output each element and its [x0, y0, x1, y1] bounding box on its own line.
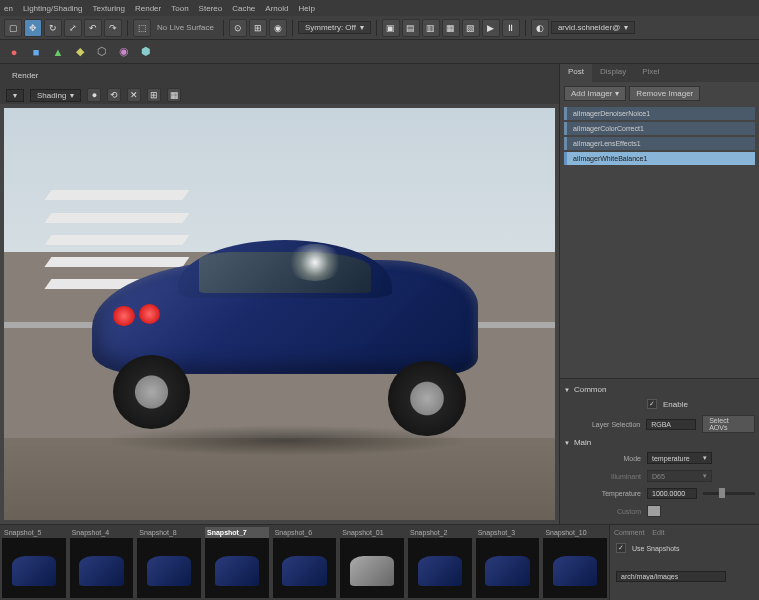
use-snapshots-label: Use Snapshots — [632, 545, 679, 552]
menu-item[interactable]: en — [4, 4, 13, 13]
use-snapshots-checkbox[interactable] — [616, 543, 626, 553]
main-area: Render ▾ Shading▾ ● ⟲ ✕ ⊞ ▦ — [0, 64, 759, 524]
snapshot-thumb[interactable]: Snapshot_6 — [273, 527, 337, 598]
shading-dropdown[interactable]: Shading▾ — [30, 89, 81, 102]
imager-item[interactable]: aiImagerDenoiserNoice1 — [564, 107, 755, 120]
menu-item[interactable]: Texturing — [93, 4, 125, 13]
render-view[interactable] — [4, 108, 555, 520]
right-panel: Post Display Pixel Add Imager▾ Remove Im… — [559, 64, 759, 524]
imager-item[interactable]: aiImagerWhiteBalance1 — [564, 152, 755, 165]
menu-item[interactable]: Toon — [171, 4, 188, 13]
layer-label: Layer Selection — [576, 421, 640, 428]
tool-scale-icon[interactable]: ⤢ — [64, 19, 82, 37]
menu-item[interactable]: Arnold — [265, 4, 288, 13]
tool-grid-icon[interactable]: ⊞ — [249, 19, 267, 37]
viewport-icon[interactable]: ⊞ — [147, 88, 161, 102]
illuminant-label: Illuminant — [576, 473, 641, 480]
tool-icon[interactable]: ◐ — [531, 19, 549, 37]
viewport-icon[interactable]: ● — [87, 88, 101, 102]
chevron-down-icon: ▾ — [360, 23, 364, 32]
tool-undo-icon[interactable]: ↶ — [84, 19, 102, 37]
snapshot-thumb[interactable]: Snapshot_10 — [543, 527, 607, 598]
temperature-slider[interactable] — [703, 492, 755, 495]
shelf-icon[interactable]: ◆ — [70, 42, 90, 62]
snapshot-thumb[interactable]: Snapshot_2 — [408, 527, 472, 598]
bottom-area: Snapshot_5 Snapshot_4 Snapshot_8 Snapsho… — [0, 524, 759, 600]
shelf-bar: ● ■ ▲ ◆ ⬡ ◉ ⬢ — [0, 40, 759, 64]
imager-list: aiImagerDenoiserNoice1 aiImagerColorCorr… — [560, 105, 759, 169]
layer-input[interactable] — [646, 419, 696, 430]
main-toolbar: ▢ ✥ ↻ ⤢ ↶ ↷ ⬚ No Live Surface ⊙ ⊞ ◉ Symm… — [0, 16, 759, 40]
snapshot-thumb[interactable]: Snapshot_7 — [205, 527, 269, 598]
tool-magnet-icon[interactable]: ⊙ — [229, 19, 247, 37]
custom-color-swatch — [647, 505, 661, 517]
section-common[interactable]: Common — [564, 383, 755, 396]
viewport-icon[interactable]: ▦ — [167, 88, 181, 102]
temperature-input[interactable] — [647, 488, 697, 499]
snapshot-thumb[interactable]: Snapshot_01 — [340, 527, 404, 598]
shelf-icon[interactable]: ◉ — [114, 42, 134, 62]
tool-icon[interactable]: ▧ — [462, 19, 480, 37]
tool-redo-icon[interactable]: ↷ — [104, 19, 122, 37]
select-aovs-button[interactable]: Select AOVs — [702, 415, 755, 433]
imager-item[interactable]: aiImagerColorCorrect1 — [564, 122, 755, 135]
tool-play-icon[interactable]: ▶ — [482, 19, 500, 37]
menu-bar: en Lighting/Shading Texturing Render Too… — [0, 0, 759, 16]
symmetry-dropdown[interactable]: Symmetry: Off▾ — [298, 21, 371, 34]
chevron-down-icon: ▾ — [703, 472, 707, 480]
tool-pause-icon[interactable]: ⏸ — [502, 19, 520, 37]
viewport-icon[interactable]: ⟲ — [107, 88, 121, 102]
mode-dropdown[interactable]: temperature▾ — [647, 452, 712, 464]
tool-pivot-icon[interactable]: ◉ — [269, 19, 287, 37]
tool-icon[interactable]: ▥ — [422, 19, 440, 37]
enable-checkbox[interactable] — [647, 399, 657, 409]
tab-post[interactable]: Post — [560, 64, 592, 82]
snapshot-thumb[interactable]: Snapshot_5 — [2, 527, 66, 598]
path-input[interactable] — [616, 571, 726, 582]
user-dropdown[interactable]: arvid.schneider@▾ — [551, 21, 635, 34]
tool-snap-icon[interactable]: ⬚ — [133, 19, 151, 37]
tab-edit[interactable]: Edit — [652, 529, 664, 536]
tab-display[interactable]: Display — [592, 64, 634, 82]
menu-item[interactable]: Stereo — [199, 4, 223, 13]
chevron-down-icon: ▾ — [615, 89, 619, 98]
shelf-icon[interactable]: ▲ — [48, 42, 68, 62]
chevron-down-icon: ▾ — [624, 23, 628, 32]
remove-imager-button[interactable]: Remove Imager — [629, 86, 700, 101]
rendered-image — [4, 108, 555, 520]
viewport-header: Render — [0, 64, 559, 86]
tool-icon[interactable]: ▣ — [382, 19, 400, 37]
section-main[interactable]: Main — [564, 436, 755, 449]
render-dropdown[interactable]: ▾ — [6, 89, 24, 102]
tab-pixel[interactable]: Pixel — [634, 64, 667, 82]
menu-item[interactable]: Cache — [232, 4, 255, 13]
tab-comment[interactable]: Comment — [614, 529, 644, 536]
add-imager-button[interactable]: Add Imager▾ — [564, 86, 626, 101]
snapshot-thumb[interactable]: Snapshot_8 — [137, 527, 201, 598]
imager-item[interactable]: aiImagerLensEffects1 — [564, 137, 755, 150]
tool-move-icon[interactable]: ✥ — [24, 19, 42, 37]
shelf-icon[interactable]: ● — [4, 42, 24, 62]
viewport-toolbar: ▾ Shading▾ ● ⟲ ✕ ⊞ ▦ — [0, 86, 559, 104]
snapshot-options: Comment Edit Use Snapshots — [609, 525, 759, 600]
render-tab[interactable]: Render — [6, 69, 44, 82]
temperature-label: Temperature — [576, 490, 641, 497]
snapshot-thumb[interactable]: Snapshot_3 — [476, 527, 540, 598]
enable-text: Enable — [663, 400, 688, 409]
tool-icon[interactable]: ▦ — [442, 19, 460, 37]
mode-label: Mode — [576, 455, 641, 462]
menu-item[interactable]: Render — [135, 4, 161, 13]
live-surface-label: No Live Surface — [157, 23, 214, 32]
panel-tabs: Post Display Pixel — [560, 64, 759, 82]
menu-item[interactable]: Help — [298, 4, 314, 13]
viewport-area: Render ▾ Shading▾ ● ⟲ ✕ ⊞ ▦ — [0, 64, 559, 524]
tool-select-icon[interactable]: ▢ — [4, 19, 22, 37]
shelf-icon[interactable]: ■ — [26, 42, 46, 62]
shelf-icon[interactable]: ⬡ — [92, 42, 112, 62]
snapshot-thumb[interactable]: Snapshot_4 — [70, 527, 134, 598]
tool-rotate-icon[interactable]: ↻ — [44, 19, 62, 37]
shelf-icon[interactable]: ⬢ — [136, 42, 156, 62]
viewport-icon[interactable]: ✕ — [127, 88, 141, 102]
menu-item[interactable]: Lighting/Shading — [23, 4, 83, 13]
tool-icon[interactable]: ▤ — [402, 19, 420, 37]
